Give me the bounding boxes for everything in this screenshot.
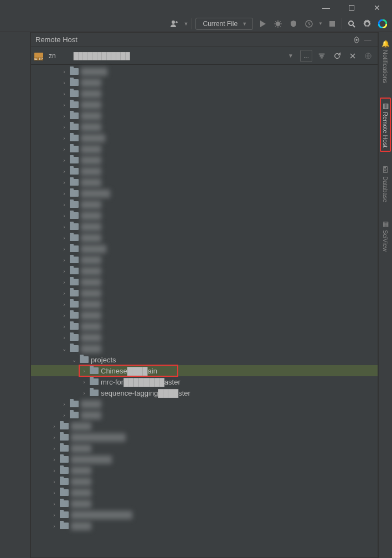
rail-database[interactable]: 🗄 Database	[381, 163, 390, 206]
tree-item[interactable]: ████	[31, 144, 378, 155]
debug-icon[interactable]	[272, 18, 284, 30]
tree-item[interactable]: ████	[31, 476, 378, 487]
rail-remote-host[interactable]: ▥ Remote Host	[380, 98, 391, 152]
tree-item[interactable]: ████	[31, 121, 378, 132]
logo-icon[interactable]	[376, 18, 389, 30]
chevron-right-icon[interactable]	[51, 523, 58, 529]
close-button[interactable]: ✕	[364, 0, 390, 16]
chevron-right-icon[interactable]	[81, 379, 87, 385]
chevron-down-icon[interactable]: ▼	[285, 53, 297, 59]
chevron-right-icon[interactable]	[61, 412, 68, 418]
tree-item[interactable]: ████	[31, 221, 378, 232]
chevron-right-icon[interactable]	[61, 124, 68, 130]
minimize-panel-icon[interactable]: —	[362, 35, 373, 44]
tree-item[interactable]: ████	[31, 343, 378, 354]
tree-item[interactable]: ████	[31, 277, 378, 288]
tree-item[interactable]: ████	[31, 520, 378, 531]
user-add-icon[interactable]	[168, 18, 180, 30]
chevron-right-icon[interactable]	[51, 434, 58, 441]
tree-item[interactable]: █████o	[31, 188, 378, 199]
tree-item[interactable]: ████	[31, 299, 378, 310]
rail-notifications[interactable]: 🔔 Notifications	[380, 37, 391, 86]
tree-item[interactable]: ████	[31, 77, 378, 88]
host-name[interactable]: zn████████████	[47, 52, 281, 60]
gear-icon[interactable]	[361, 18, 373, 30]
tree-item[interactable]: sequence-tagging████ster	[31, 387, 378, 398]
chevron-right-icon[interactable]	[61, 102, 68, 108]
tree-item[interactable]: ████	[31, 199, 378, 210]
chevron-down-icon[interactable]	[71, 357, 78, 363]
search-icon[interactable]	[345, 18, 358, 30]
tree-item[interactable]: mrc-for████████aster	[31, 376, 378, 387]
chevron-right-icon[interactable]	[61, 213, 68, 219]
tree-item[interactable]: ████████	[31, 454, 378, 465]
tree-item[interactable]: ██████████s	[31, 432, 378, 443]
tree-item[interactable]: ████	[31, 321, 378, 332]
chevron-right-icon[interactable]	[61, 235, 68, 241]
tree-item[interactable]: projects	[31, 354, 378, 365]
chevron-right-icon[interactable]	[61, 168, 68, 175]
tree-item[interactable]: ████w	[31, 243, 378, 254]
tree-item[interactable]: ████	[31, 332, 378, 343]
minimize-button[interactable]: —	[313, 0, 339, 16]
chevron-right-icon[interactable]	[61, 335, 68, 341]
chevron-right-icon[interactable]	[51, 446, 58, 452]
tree-item[interactable]: Chinese████ain	[31, 365, 378, 376]
tree-item[interactable]: ████	[31, 99, 378, 110]
file-tree[interactable]: ████er████████████████████████h█████████…	[31, 65, 378, 531]
profile-icon[interactable]	[303, 18, 315, 30]
tree-item[interactable]: ████	[31, 166, 378, 177]
maximize-button[interactable]	[339, 0, 364, 16]
tree-item[interactable]: ████	[31, 498, 378, 509]
chevron-right-icon[interactable]	[61, 401, 68, 407]
chevron-right-icon[interactable]	[61, 80, 68, 86]
refresh-icon[interactable]	[331, 52, 343, 60]
chevron-right-icon[interactable]	[51, 512, 58, 518]
tree-item[interactable]: ████	[31, 465, 378, 476]
tree-item[interactable]: ████	[31, 265, 378, 277]
chevron-right-icon[interactable]	[61, 157, 68, 163]
filter-icon[interactable]	[316, 52, 328, 60]
globe-icon[interactable]	[362, 52, 374, 60]
tree-item[interactable]: ████	[31, 310, 378, 321]
chevron-right-icon[interactable]	[61, 146, 68, 152]
chevron-right-icon[interactable]	[81, 390, 87, 396]
chevron-down-icon[interactable]	[61, 346, 68, 352]
chevron-right-icon[interactable]	[61, 69, 68, 75]
chevron-right-icon[interactable]	[61, 202, 68, 208]
tree-item[interactable]: ████	[31, 443, 378, 454]
tree-item[interactable]: ████	[31, 487, 378, 498]
tree-item[interactable]: ████	[31, 288, 378, 299]
chevron-right-icon[interactable]	[51, 501, 58, 507]
chevron-right-icon[interactable]	[51, 468, 58, 474]
run-config-dropdown[interactable]: Current File ▼	[195, 18, 253, 30]
chevron-right-icon[interactable]	[61, 113, 68, 119]
stop-icon[interactable]	[326, 18, 338, 30]
chevron-right-icon[interactable]	[61, 224, 68, 230]
tree-item[interactable]: ████	[31, 110, 378, 121]
chevron-right-icon[interactable]	[61, 180, 68, 186]
coverage-icon[interactable]	[287, 18, 300, 30]
tree-item[interactable]: ████	[31, 155, 378, 166]
tree-item[interactable]: ████	[31, 232, 378, 243]
chevron-right-icon[interactable]	[81, 368, 87, 374]
rail-sciview[interactable]: ▦ SciView	[381, 217, 390, 255]
tree-item[interactable]: ████	[31, 398, 378, 409]
chevron-right-icon[interactable]	[61, 268, 68, 274]
tree-item[interactable]: ████████████	[31, 509, 378, 520]
chevron-right-icon[interactable]	[61, 135, 68, 141]
run-icon[interactable]	[256, 18, 269, 30]
chevron-right-icon[interactable]	[61, 313, 68, 319]
tree-item[interactable]: ████	[31, 409, 378, 421]
browse-button[interactable]: ...	[300, 50, 312, 62]
close-icon[interactable]	[347, 53, 359, 59]
chevron-right-icon[interactable]	[51, 479, 58, 485]
chevron-right-icon[interactable]	[61, 257, 68, 263]
tree-item[interactable]: ████	[31, 177, 378, 188]
chevron-right-icon[interactable]	[51, 423, 58, 429]
chevron-right-icon[interactable]	[61, 91, 68, 97]
chevron-right-icon[interactable]	[51, 457, 58, 463]
chevron-right-icon[interactable]	[61, 246, 68, 252]
tree-item[interactable]: ████	[31, 421, 378, 432]
tree-item[interactable]: ████	[31, 210, 378, 221]
